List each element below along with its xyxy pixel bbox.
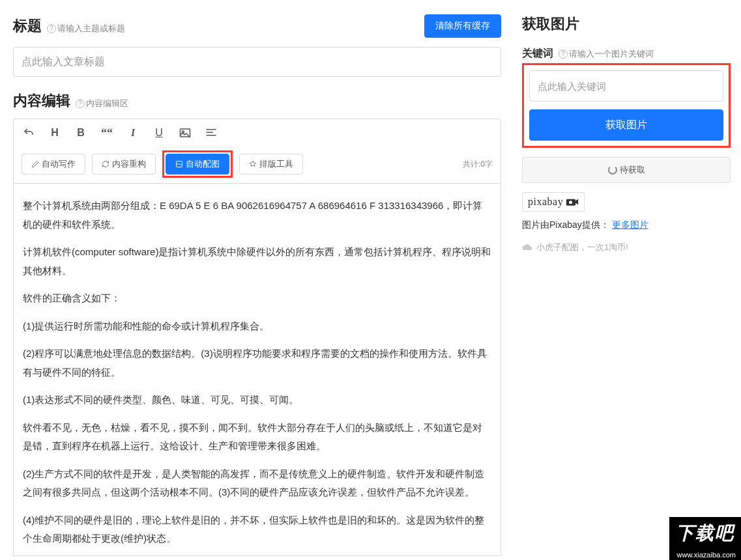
main-column: 标题 ? 请输入主题或标题 清除所有缓存 内容编辑 ? 内容编辑区 H: [0, 0, 512, 560]
get-image-title: 获取图片: [522, 14, 731, 34]
more-images-link[interactable]: 更多图片: [612, 219, 648, 230]
heading-icon[interactable]: H: [48, 126, 62, 140]
waiting-button[interactable]: 待获取: [522, 157, 731, 183]
content-hint: ? 内容编辑区: [76, 98, 128, 109]
keyword-highlight-box: 获取图片: [522, 63, 731, 148]
editor-paragraph: 整个计算机系统由两部分组成：E 69DA 5 E 6 BA 9062616964…: [23, 197, 491, 234]
keyword-input[interactable]: [529, 70, 723, 102]
keyword-hint: ? 请输入一个图片关键词: [559, 48, 654, 60]
title-label: 标题: [13, 16, 42, 36]
quote-icon[interactable]: ““: [100, 126, 114, 140]
editor-paragraph: (2)生产方式不同的软件是开发，是人类智能的高发挥，而不是传统意义上的硬件制造。…: [23, 465, 491, 502]
title-header: 标题 ? 请输入主题或标题 清除所有缓存: [13, 14, 501, 38]
editor-body[interactable]: 整个计算机系统由两部分组成：E 69DA 5 E 6 BA 9062616964…: [13, 184, 501, 556]
keyword-header: 关键词 ? 请输入一个图片关键词: [522, 47, 731, 61]
pixabay-credit: 图片由Pixabay提供： 更多图片: [522, 219, 731, 231]
get-image-button[interactable]: 获取图片: [529, 109, 723, 141]
title-hint: ? 请输入主题或标题: [47, 23, 125, 35]
auto-image-button[interactable]: 自动配图: [166, 154, 229, 175]
restructure-button[interactable]: 内容重构: [92, 154, 156, 175]
editor-paragraph: (2)程序可以满意地处理信息的数据结构。(3)说明程序功能要求和程序需要的文档的…: [23, 344, 491, 382]
editor-paragraph: (1)提供运行时所需功能和性能的命令或计算机程序集合。: [23, 317, 491, 336]
title-input[interactable]: [13, 47, 501, 77]
layout-tool-button[interactable]: 排版工具: [239, 154, 303, 175]
watermark-logo: 下载吧: [669, 517, 741, 550]
question-icon: ?: [47, 24, 56, 33]
clear-cache-button[interactable]: 清除所有缓存: [424, 14, 501, 38]
align-left-icon[interactable]: [204, 126, 218, 140]
italic-icon[interactable]: I: [126, 126, 140, 140]
svg-point-7: [569, 201, 572, 204]
watermark: 下载吧 www.xiazaiba.com: [669, 517, 741, 560]
undo-icon[interactable]: [22, 126, 36, 140]
pixabay-badge: pixabay: [522, 192, 585, 212]
auto-image-highlight: 自动配图: [162, 150, 233, 178]
sidebar: 获取图片 关键词 ? 请输入一个图片关键词 获取图片 待获取 pixabay 图…: [512, 0, 741, 560]
auto-write-button[interactable]: 自动写作: [22, 154, 85, 175]
editor-toolbar: H B ““ I U 自动写作 内容重构: [13, 119, 501, 184]
question-icon: ?: [559, 49, 568, 59]
cloud-icon: [522, 244, 532, 251]
watermark-url: www.xiazaiba.com: [669, 550, 741, 560]
camera-icon: [566, 197, 579, 206]
keyword-label: 关键词: [522, 47, 553, 61]
note-line: 小虎子配图，一次1淘币!: [522, 242, 731, 253]
editor-paragraph: 计算机软件(computer software)是指计算机系统中除硬件以外的所有…: [23, 243, 491, 280]
editor-paragraph: 软件的正确含义如下：: [23, 289, 491, 308]
question-icon: ?: [76, 99, 85, 108]
bold-icon[interactable]: B: [74, 126, 88, 140]
editor-paragraph: 软件看不见，无色，枯燥，看不见，摸不到，闻不到。软件大部分存在于人们的头脑或纸上…: [23, 419, 491, 456]
content-header: 内容编辑 ? 内容编辑区: [13, 91, 501, 111]
editor-paragraph: (4)维护不同的硬件是旧的，理论上软件是旧的，并不坏，但实际上软件也是旧的和坏的…: [23, 511, 491, 548]
editor-paragraph: (1)表达形式不同的硬件类型、颜色、味道、可见、可摸、可闻。: [23, 391, 491, 410]
spinner-icon: [608, 165, 617, 175]
content-label: 内容编辑: [13, 91, 70, 111]
underline-icon[interactable]: U: [152, 126, 166, 140]
word-count: 共计:0字: [463, 159, 493, 170]
image-icon[interactable]: [178, 126, 192, 140]
